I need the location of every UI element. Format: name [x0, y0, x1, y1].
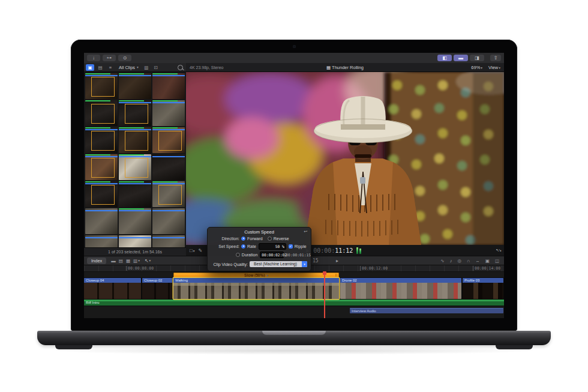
final-cut-pro-window: ↓⊶⊙ ◧▬◨ ⇧ ▣▤≡ All Clips ▾ ▥⊡ [84, 53, 504, 318]
zoom-level-dropdown[interactable]: 69%▾ [471, 65, 482, 70]
clip-thumbnail[interactable] [85, 181, 118, 207]
clip-thumbnail-grid [84, 72, 186, 247]
clip-thumbnail[interactable] [85, 154, 118, 180]
timeline-toggle-icon[interactable]: ▬ [454, 55, 468, 61]
rate-input[interactable]: 50 % [259, 243, 286, 250]
clip-thumbnail[interactable] [152, 100, 185, 126]
forward-label: Forward [247, 237, 263, 241]
chevron-down-icon: ▾ [149, 259, 151, 262]
clip-thumbnail[interactable] [119, 208, 151, 234]
ruler-timecode: 00:00:08:00 [126, 266, 154, 271]
ripple-checkbox[interactable]: ✓ [289, 244, 293, 249]
select-tool-dropdown[interactable]: ↖▾ [145, 258, 151, 264]
duration-radio[interactable] [236, 253, 240, 257]
timeline-clip-walking[interactable]: Walking [173, 278, 339, 299]
skimming-icon[interactable]: ∿ [440, 258, 444, 264]
dialog-title: Custom Speed [208, 229, 311, 235]
clip-thumbnail[interactable] [152, 73, 185, 99]
ruler-timecode: 00:00:12:00 [360, 266, 388, 271]
retime-bar[interactable]: Slow (50%) ▾ [173, 273, 339, 278]
playhead[interactable] [324, 271, 325, 318]
inspector-toggle-icon[interactable]: ◨ [470, 55, 484, 61]
clip-thumbnail[interactable] [119, 127, 151, 153]
clip-name: Closeup 04 [84, 278, 141, 283]
view-dropdown[interactable]: View▾ [488, 65, 500, 70]
clip-browser: ▣▤≡ All Clips ▾ ▥⊡ 1 of 203 selected, 1m… [84, 63, 187, 256]
clip-appearance-2-icon[interactable]: ▤ [119, 258, 123, 264]
clip-appearance-buttons: ▬▤▦▥ [111, 258, 137, 264]
solo-icon[interactable]: ◎ [457, 258, 461, 264]
forward-radio[interactable] [241, 237, 245, 241]
search-icon[interactable] [178, 65, 183, 70]
quality-dropdown[interactable]: Best (Machine Learning) ▾ [250, 261, 307, 267]
duration-filter-icon[interactable]: ⊡ [152, 64, 160, 71]
clip-filter-dropdown[interactable]: All Clips ▾ [119, 65, 139, 70]
snapping-icon[interactable]: ∩ [467, 258, 470, 264]
skip-icon[interactable]: ▸ [336, 258, 338, 264]
ripple-label: Ripple [295, 244, 307, 249]
clip-thumbnail[interactable] [119, 154, 151, 180]
timeline-clip-closeup-02[interactable]: Closeup 02 [142, 278, 172, 299]
page-background: ↓⊶⊙ ◧▬◨ ⇧ ▣▤≡ All Clips ▾ ▥⊡ [0, 0, 588, 392]
clip-appearance-1-icon[interactable]: ▬ [111, 258, 116, 264]
clip-browser-icon[interactable]: ▣ [86, 64, 94, 71]
clip-thumbnail[interactable] [152, 127, 185, 153]
clip-thumbnail[interactable] [119, 235, 151, 247]
reverse-radio[interactable] [268, 237, 272, 241]
clip-thumbnail[interactable] [152, 208, 185, 234]
clip-appearance-3-icon[interactable]: ▦ [126, 258, 130, 264]
share-button[interactable]: ⇧ [490, 55, 501, 61]
video-content [186, 72, 504, 245]
direction-label: Direction: [208, 237, 241, 241]
rate-radio[interactable] [241, 244, 245, 249]
titles-generators-icon[interactable]: ≡ [106, 64, 115, 71]
marker-filter-icon[interactable]: ▥ [142, 64, 151, 71]
timeline-option-icons: ∿♪◎∩↔▣◫ [440, 258, 501, 264]
clip-thumbnail[interactable] [85, 73, 118, 99]
timeline-clip-drone-02[interactable]: Drone 02 [340, 278, 461, 299]
clip-thumbnail[interactable] [119, 73, 151, 99]
clip-appearance-4-icon[interactable]: ▥ [133, 258, 137, 264]
reset-icon[interactable]: ↩ [304, 229, 307, 234]
audio-clip-interview[interactable]: Interview Audio [350, 308, 503, 313]
background-tasks-icon[interactable]: ⊙ [118, 55, 131, 61]
macbook-foot [55, 345, 92, 349]
audio-meters [356, 247, 361, 254]
timeline-clip-profile-03[interactable]: Profile 03 [463, 278, 503, 299]
quality-label: Clip Video Quality: [208, 262, 250, 267]
clip-thumbnail[interactable] [85, 208, 118, 234]
import-media-icon[interactable]: ↓ [87, 55, 100, 61]
clip-thumbnail[interactable] [85, 235, 118, 247]
browser-toggle-icon[interactable]: ◧ [437, 55, 452, 61]
media-format-label: 4K 23.98p, Stereo [190, 65, 223, 70]
clip-thumbnail[interactable] [152, 154, 185, 180]
photos-audio-icon[interactable]: ▤ [96, 64, 104, 71]
audio-skimming-icon[interactable]: ♪ [450, 258, 452, 264]
effects-icon[interactable]: ▣ [485, 258, 490, 264]
clip-name: Closeup 02 [142, 278, 172, 283]
lid-notch [262, 331, 326, 335]
chevron-down-icon: ▾ [481, 66, 482, 70]
browser-selection-status: 1 of 203 selected, 1m 54.16s [84, 247, 186, 256]
timeline-history-icon[interactable]: ◫ [495, 258, 499, 264]
chevron-down-icon[interactable]: ▾ [138, 259, 140, 262]
clip-thumbnail[interactable] [152, 235, 185, 247]
draw-tool-icon[interactable]: ✎ [199, 248, 203, 253]
clip-thumbnail[interactable] [119, 100, 151, 126]
index-button[interactable]: Index [87, 258, 106, 264]
timeline-clip-closeup-04[interactable]: Closeup 04 [84, 278, 141, 299]
keyword-editor-icon[interactable]: ⊶ [103, 55, 116, 61]
transform-tool-dropdown[interactable]: □▾ [190, 248, 195, 253]
playhead-timecode: 00:00:11:12 [313, 247, 353, 254]
clip-thumbnail[interactable] [152, 181, 185, 207]
trim-icon[interactable]: ↔ [475, 258, 480, 264]
clip-thumbnail[interactable] [119, 181, 151, 207]
duration-total: 00:00:01:15 [286, 253, 311, 257]
duration-input[interactable]: 00:00:02:02 [260, 252, 284, 258]
fullscreen-icon[interactable]: ↖↘ [496, 248, 500, 253]
project-icon: ▦ [326, 65, 331, 70]
clip-thumbnail[interactable] [85, 100, 118, 126]
toolbar-left-buttons: ↓⊶⊙ [87, 55, 131, 61]
clip-thumbnail[interactable] [85, 127, 118, 153]
audio-clip-riff-intro[interactable]: Riff Intro [84, 300, 504, 306]
